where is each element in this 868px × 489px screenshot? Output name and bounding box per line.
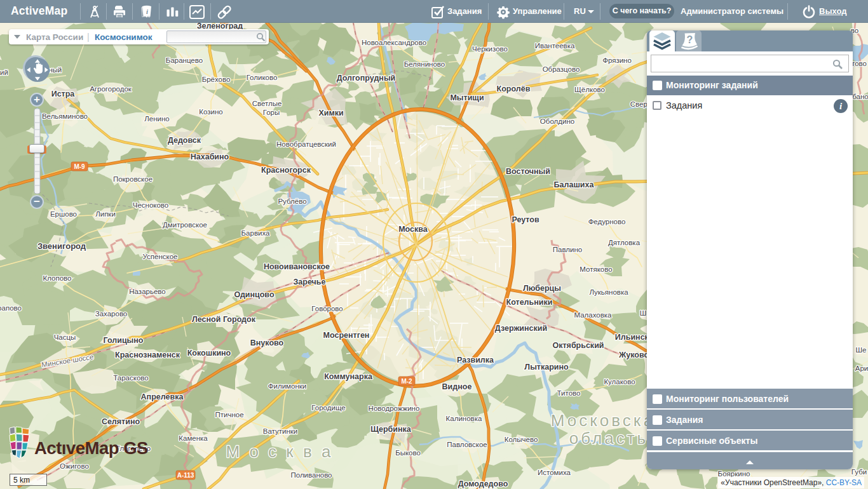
svg-text:Видное: Видное [442, 382, 472, 391]
svg-text:Птичное: Птичное [215, 411, 243, 419]
svg-text:Москва: Москва [398, 225, 428, 234]
svg-text:область: область [569, 429, 648, 448]
svg-text:Кулаково: Кулаково [604, 378, 635, 385]
svg-text:Красногорск: Красногорск [261, 166, 311, 175]
svg-text:бано: бано [852, 93, 868, 100]
svg-text:рапово: рапово [0, 304, 22, 312]
svg-text:Ершово: Ершово [50, 210, 77, 218]
svg-text:Ш: Ш [640, 309, 647, 317]
svg-text:Долгопрудный: Долгопрудный [337, 74, 396, 83]
svg-text:Новоивановское: Новоивановское [264, 262, 330, 271]
svg-text:Захарово: Захарово [95, 310, 128, 318]
svg-text:Дедовск: Дедовск [168, 136, 201, 145]
svg-text:Ари: Ари [855, 365, 868, 372]
svg-text:Рублёво: Рублёво [278, 198, 306, 205]
svg-text:Селятино: Селятино [102, 417, 140, 426]
svg-text:Нахабино: Нахабино [191, 152, 229, 161]
svg-text:Брёхово: Брёхово [202, 76, 231, 83]
svg-text:Котельники: Котельники [506, 298, 553, 307]
svg-text:Химки: Химки [318, 109, 343, 117]
svg-text:Оболдино: Оболдино [540, 117, 574, 125]
svg-text:Беляниново: Беляниново [404, 60, 445, 68]
svg-text:Тарасково: Тарасково [113, 374, 148, 382]
svg-text:Восточный: Восточный [506, 167, 550, 176]
svg-text:Агрогородок: Агрогородок [90, 85, 132, 93]
svg-text:Голицыно: Голицыно [104, 336, 144, 345]
svg-text:Внуково: Внуково [250, 338, 284, 347]
svg-text:кий: кий [0, 69, 8, 76]
svg-text:тово: тово [851, 60, 867, 67]
svg-text:Ше: Ше [856, 346, 867, 354]
svg-text:Баранцево: Баранцево [166, 57, 203, 64]
svg-text:Филимонки: Филимонки [268, 382, 306, 390]
svg-text:Кокошкино: Кокошкино [187, 349, 231, 358]
svg-text:Апрелевка: Апрелевка [141, 392, 184, 401]
svg-text:Павлино: Павлино [553, 246, 582, 253]
svg-text:Щербинка: Щербинка [370, 425, 412, 434]
svg-text:?: ? [687, 34, 693, 45]
svg-text:Новоалександрово: Новоалександрово [362, 39, 426, 46]
svg-text:Звенигород: Звенигород [37, 241, 86, 251]
svg-text:Дзержинский: Дзержинский [495, 324, 547, 333]
svg-text:Федурново: Федурново [588, 218, 626, 225]
svg-text:Назарьево: Назарьево [129, 288, 165, 295]
svg-text:Мытищи: Мытищи [450, 93, 484, 102]
svg-text:М-2: М-2 [401, 378, 412, 385]
svg-text:Реутов: Реутов [512, 215, 539, 224]
svg-text:Краснознаменск: Краснознаменск [115, 351, 180, 359]
svg-text:Ватутинки: Ватутинки [263, 427, 297, 435]
svg-text:Черкизово: Черкизово [472, 45, 508, 53]
svg-text:Горы: Горы [263, 109, 280, 116]
svg-text:М о с к в а: М о с к в а [226, 442, 334, 461]
svg-text:Титово: Титово [557, 389, 581, 397]
svg-text:Ивантеевка: Ивантеевка [535, 42, 575, 50]
svg-text:Дятловка: Дятловка [608, 239, 641, 246]
svg-text:Образцово: Образцово [543, 65, 580, 73]
svg-text:Лыткарино: Лыткарино [524, 363, 569, 372]
svg-text:Истра: Истра [51, 90, 76, 98]
svg-text:М-9: М-9 [74, 163, 85, 170]
svg-text:Октябрьский: Октябрьский [552, 341, 604, 350]
svg-text:Лесной Городок: Лесной Городок [192, 315, 256, 324]
svg-text:Одинцово: Одинцово [234, 290, 274, 299]
svg-text:Калиновка: Калиновка [446, 415, 482, 422]
svg-text:Новодрожжино: Новодрожжино [369, 405, 420, 412]
svg-text:А-113: А-113 [177, 472, 194, 479]
svg-text:Ожигово: Ожигово [60, 462, 89, 470]
svg-text:Фрязино: Фрязино [602, 57, 632, 64]
svg-text:Истомиха: Истомиха [538, 469, 571, 476]
svg-text:Голиково: Голиково [247, 74, 278, 81]
svg-text:Малаховка: Малаховка [574, 311, 612, 319]
svg-text:Быково: Быково [395, 449, 421, 457]
svg-text:Мосрентген: Мосрентген [323, 331, 370, 340]
svg-text:Губи: Губи [851, 468, 867, 476]
svg-text:Поливаново: Поливаново [290, 471, 332, 479]
svg-text:Мотяково: Мотяково [580, 265, 612, 273]
svg-text:Щёлково: Щёлково [574, 86, 605, 93]
svg-text:Клопово: Клопово [43, 274, 72, 282]
svg-text:Каменка: Каменка [179, 434, 208, 442]
svg-text:Ленино: Ленино [144, 115, 169, 123]
svg-text:Часцы: Часцы [54, 333, 76, 341]
svg-text:Барвиха: Барвиха [241, 229, 270, 237]
svg-text:Колычево: Колычево [505, 436, 538, 443]
svg-text:Козино: Козино [199, 108, 222, 116]
svg-text:Домодедово: Домодедово [458, 479, 508, 488]
svg-text:Павловское: Павловское [447, 441, 487, 448]
svg-text:Люберцы: Люберцы [523, 284, 561, 293]
svg-text:Дмитровское: Дмитровское [163, 221, 207, 229]
svg-text:Новобратцевский: Новобратцевский [276, 140, 336, 148]
svg-text:Покровское: Покровское [113, 175, 153, 183]
svg-text:Светлые: Светлые [252, 100, 282, 107]
svg-text:Успенское: Успенское [143, 253, 178, 260]
svg-text:Говорово: Говорово [311, 305, 342, 312]
svg-text:Вельяминово: Вельяминово [42, 112, 88, 120]
svg-text:Липки: Липки [95, 210, 116, 218]
svg-text:Коммунарка: Коммунарка [324, 372, 373, 381]
svg-text:Королёв: Королёв [497, 84, 531, 93]
svg-text:Заречье: Заречье [294, 278, 326, 286]
svg-text:Городище: Городище [311, 404, 345, 412]
svg-text:Лукьяновка: Лукьяновка [589, 288, 628, 296]
svg-text:Развилка: Развилка [457, 356, 494, 365]
svg-text:Чесноково: Чесноково [133, 201, 169, 209]
